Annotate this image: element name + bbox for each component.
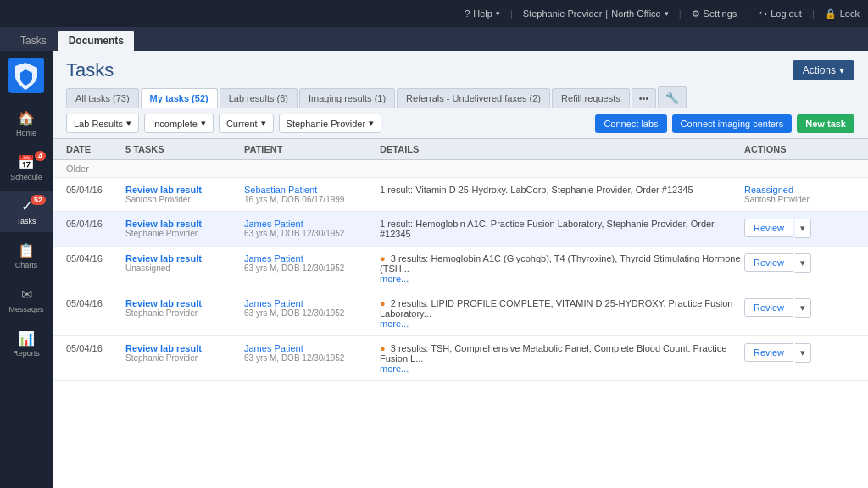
tab-imaging-results[interactable]: Imaging results (1) bbox=[299, 88, 395, 108]
row2-review-button[interactable]: Review bbox=[744, 219, 793, 237]
row3-details: ● 3 results: Hemoglobin A1C (Glycohgb), … bbox=[380, 253, 744, 284]
row5-alert-dot: ● bbox=[380, 343, 386, 353]
row5-task-type[interactable]: Review lab result bbox=[125, 343, 244, 353]
sidebar-item-reports[interactable]: 📊 Reports bbox=[0, 324, 53, 364]
row4-date: 05/04/16 bbox=[66, 298, 125, 308]
sidebar-item-tasks[interactable]: ✓ Tasks 52 bbox=[0, 191, 53, 232]
timeframe-filter-button[interactable]: Current ▾ bbox=[219, 114, 274, 133]
connect-labs-button[interactable]: Connect labs bbox=[595, 114, 666, 133]
provider-filter[interactable]: Stephanie Provider ▾ bbox=[279, 114, 382, 133]
logout-button[interactable]: ↪ Log out bbox=[760, 8, 802, 19]
tab-tasks[interactable]: Tasks bbox=[10, 30, 57, 51]
row4-patient-name[interactable]: James Patient bbox=[244, 298, 380, 308]
type-filter-chevron: ▾ bbox=[126, 118, 131, 129]
tab-settings-button[interactable]: 🔧 bbox=[658, 86, 687, 108]
help-chevron-icon: ▾ bbox=[496, 9, 500, 18]
timeframe-filter-chevron: ▾ bbox=[261, 118, 266, 129]
row3-review-dropdown[interactable]: ▾ bbox=[795, 253, 811, 273]
tab-refill-requests[interactable]: Refill requests bbox=[552, 88, 630, 108]
sidebar-item-home[interactable]: 🏠 Home bbox=[0, 103, 53, 144]
row1-actions: Reassigned Santosh Provider bbox=[744, 185, 854, 204]
row3-more-link[interactable]: more... bbox=[380, 274, 409, 284]
sidebar-item-charts-label: Charts bbox=[15, 261, 38, 269]
lock-button[interactable]: 🔒 Lock bbox=[825, 8, 860, 19]
row4-task-type[interactable]: Review lab result bbox=[125, 298, 244, 308]
row4-more-link[interactable]: more... bbox=[380, 319, 409, 329]
tab-referrals[interactable]: Referrals - Undelivered faxes (2) bbox=[397, 88, 550, 108]
sidebar-item-charts[interactable]: 📋 Charts bbox=[0, 236, 53, 276]
row5-review-dropdown[interactable]: ▾ bbox=[795, 343, 811, 363]
row1-date: 05/04/16 bbox=[66, 185, 125, 195]
table-header: DATE 5 TASKS PATIENT DETAILS ACTIONS bbox=[53, 139, 868, 160]
provider-filter-button[interactable]: Stephanie Provider ▾ bbox=[279, 114, 382, 133]
col-details: DETAILS bbox=[380, 144, 744, 154]
tab-documents[interactable]: Documents bbox=[58, 30, 134, 51]
row2-patient-name[interactable]: James Patient bbox=[244, 219, 380, 229]
table-row: 05/04/16 Review lab result Stephanie Pro… bbox=[53, 291, 868, 336]
help-menu[interactable]: ? Help ▾ bbox=[465, 8, 500, 19]
timeframe-filter[interactable]: Current ▾ bbox=[219, 114, 274, 133]
row3-review-button[interactable]: Review bbox=[744, 253, 793, 272]
row5-review-button[interactable]: Review bbox=[744, 343, 793, 362]
row1-patient-info: 16 yrs M, DOB 06/17/1999 bbox=[244, 195, 380, 204]
table-row: 05/04/16 Review lab result Unassigned Ja… bbox=[53, 247, 868, 291]
filter-row: Lab Results ▾ Incomplete ▾ Current ▾ Ste… bbox=[53, 108, 868, 139]
help-icon: ? bbox=[465, 8, 470, 19]
row1-patient-name[interactable]: Sebastian Patient bbox=[244, 185, 380, 195]
messages-icon: ✉ bbox=[21, 286, 32, 302]
row4-review-button[interactable]: Review bbox=[744, 298, 793, 317]
connect-imaging-button[interactable]: Connect imaging centers bbox=[672, 114, 793, 133]
task-table: DATE 5 TASKS PATIENT DETAILS ACTIONS Old… bbox=[53, 139, 868, 488]
type-filter[interactable]: Lab Results ▾ bbox=[66, 114, 139, 133]
row4-dropdown-chevron-icon: ▾ bbox=[800, 302, 805, 313]
row3-patient-info: 63 yrs M, DOB 12/30/1952 bbox=[244, 263, 380, 273]
page-title: Tasks bbox=[66, 59, 114, 81]
new-task-button[interactable]: New task bbox=[797, 114, 854, 133]
tab-my-tasks[interactable]: My tasks (52) bbox=[141, 88, 218, 108]
row3-dropdown-chevron-icon: ▾ bbox=[800, 258, 805, 268]
row3-date: 05/04/16 bbox=[66, 253, 125, 263]
type-filter-button[interactable]: Lab Results ▾ bbox=[66, 114, 139, 133]
status-filter[interactable]: Incomplete ▾ bbox=[144, 114, 214, 133]
row5-assignee: Stephanie Provider bbox=[125, 353, 244, 363]
row4-patient-info: 63 yrs M, DOB 12/30/1952 bbox=[244, 308, 380, 318]
charts-icon: 📋 bbox=[18, 242, 35, 258]
sidebar-item-messages[interactable]: ✉ Messages bbox=[0, 280, 53, 320]
status-filter-button[interactable]: Incomplete ▾ bbox=[144, 114, 214, 133]
row3-assignee: Unassigned bbox=[125, 263, 244, 273]
home-icon: 🏠 bbox=[18, 110, 35, 126]
row5-patient-name[interactable]: James Patient bbox=[244, 343, 380, 353]
row5-dropdown-chevron-icon: ▾ bbox=[800, 347, 805, 358]
schedule-icon: 📅 bbox=[18, 154, 35, 170]
sidebar-item-schedule[interactable]: 📅 Schedule 4 bbox=[0, 147, 53, 188]
row5-more-link[interactable]: more... bbox=[380, 363, 409, 374]
row4-actions: Review ▾ bbox=[744, 298, 854, 318]
row2-patient-info: 63 yrs M, DOB 12/30/1952 bbox=[244, 229, 380, 238]
tab-lab-results[interactable]: Lab results (6) bbox=[220, 88, 298, 108]
provider-filter-chevron: ▾ bbox=[369, 118, 374, 129]
tab-all-tasks[interactable]: All tasks (73) bbox=[66, 88, 139, 108]
row1-task-type[interactable]: Review lab result bbox=[125, 185, 244, 195]
tab-more-button[interactable]: ••• bbox=[632, 88, 657, 108]
sidebar-item-messages-label: Messages bbox=[8, 305, 43, 313]
settings-icon: ⚙ bbox=[692, 8, 700, 19]
user-chevron-icon: ▾ bbox=[665, 9, 669, 18]
row3-patient-name[interactable]: James Patient bbox=[244, 253, 380, 263]
practice-fusion-logo[interactable] bbox=[8, 58, 44, 93]
row2-task-type[interactable]: Review lab result bbox=[125, 219, 244, 229]
row4-assignee: Stephanie Provider bbox=[125, 308, 244, 318]
main-layout: 🏠 Home 📅 Schedule 4 ✓ Tasks 52 📋 Charts … bbox=[0, 51, 868, 488]
top-nav: ? Help ▾ | Stephanie Provider | North Of… bbox=[0, 0, 868, 27]
row4-review-dropdown[interactable]: ▾ bbox=[795, 298, 811, 318]
row2-dropdown-chevron-icon: ▾ bbox=[800, 223, 805, 233]
actions-button[interactable]: Actions ▾ bbox=[793, 60, 854, 80]
row4-alert-dot: ● bbox=[380, 298, 386, 308]
row2-review-dropdown[interactable]: ▾ bbox=[795, 219, 811, 238]
row3-task-type[interactable]: Review lab result bbox=[125, 253, 244, 263]
row3-actions: Review ▾ bbox=[744, 253, 854, 273]
row5-details: ● 3 results: TSH, Comprehensive Metaboli… bbox=[380, 343, 744, 374]
settings-button[interactable]: ⚙ Settings bbox=[692, 8, 737, 19]
row2-assignee: Stephanie Provider bbox=[125, 229, 244, 238]
col-actions: ACTIONS bbox=[744, 144, 854, 154]
user-menu[interactable]: Stephanie Provider | North Office ▾ bbox=[523, 8, 669, 19]
